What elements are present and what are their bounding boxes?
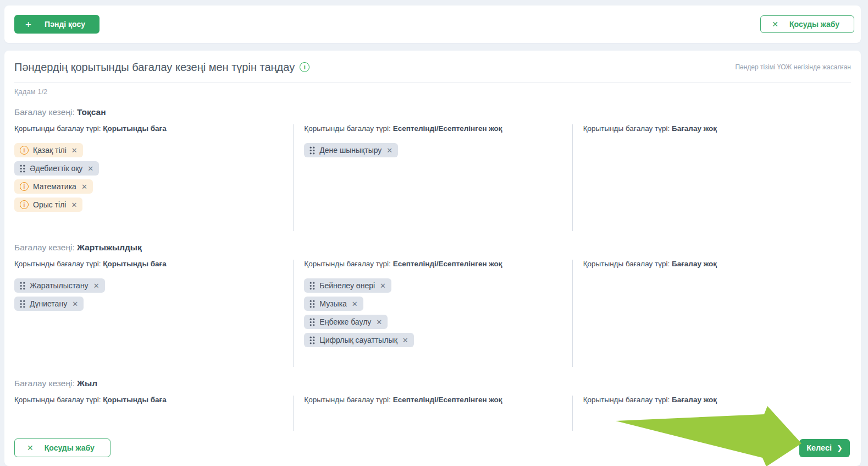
tag-list: Дене шынықтыру ✕ xyxy=(304,143,562,161)
subject-tag[interactable]: i Қазақ тілі ✕ xyxy=(14,143,83,157)
remove-tag-icon[interactable]: ✕ xyxy=(352,300,358,308)
period-header: Бағалау кезеңі: Тоқсан xyxy=(14,107,851,117)
period-value: Тоқсан xyxy=(77,107,106,117)
drag-handle-icon[interactable] xyxy=(309,318,315,326)
warning-info-icon[interactable]: i xyxy=(20,146,29,155)
tag-list: Жаратылыстану ✕ Дүниетану ✕ xyxy=(14,278,283,315)
x-icon: ✕ xyxy=(27,443,34,452)
column-header: Қорытынды бағалау түрі: Бағалау жоқ xyxy=(583,396,841,404)
drag-handle-icon[interactable] xyxy=(20,300,25,308)
remove-tag-icon[interactable]: ✕ xyxy=(72,300,78,308)
drag-handle-icon[interactable] xyxy=(309,146,315,155)
subject-tag[interactable]: Еңбекке баулу ✕ xyxy=(304,315,388,329)
column-no-assessment: Қорытынды бағалау түрі: Бағалау жоқ xyxy=(572,396,851,431)
plus-icon: + xyxy=(25,19,31,30)
subject-tag[interactable]: Дүниетану ✕ xyxy=(14,297,84,311)
page-title-text: Пәндердің қорытынды бағалау кезеңі мен т… xyxy=(14,61,295,74)
subject-tag[interactable]: i Математика ✕ xyxy=(14,179,93,194)
column-final-grade: Қорытынды бағалау түрі: Қорытынды баға i… xyxy=(14,124,293,231)
column-header: Қорытынды бағалау түрі: Қорытынды баға xyxy=(14,260,283,268)
column-header: Қорытынды бағалау түрі: Қорытынды баға xyxy=(14,396,283,404)
assessment-setup-panel: Пәндердің қорытынды бағалау кезеңі мен т… xyxy=(4,51,861,466)
section-toksan: Бағалау кезеңі: Тоқсан Қорытынды бағалау… xyxy=(14,107,851,231)
column-header: Қорытынды бағалау түрі: Қорытынды баға xyxy=(14,124,283,133)
panel-footer: ✕ Қосуды жабу Келесі ❯ xyxy=(14,438,850,457)
subject-tag[interactable]: Цифрлық сауаттылық ✕ xyxy=(304,333,413,347)
remove-tag-icon[interactable]: ✕ xyxy=(402,336,408,344)
section-zhyl: Бағалау кезеңі: Жыл Қорытынды бағалау тү… xyxy=(14,379,851,431)
column-no-assessment: Қорытынды бағалау түрі: Бағалау жоқ xyxy=(572,260,851,367)
info-icon[interactable]: i xyxy=(300,62,309,72)
close-adding-button-top[interactable]: ✕ Қосуды жабу xyxy=(760,15,854,33)
x-icon: ✕ xyxy=(772,20,778,29)
remove-tag-icon[interactable]: ✕ xyxy=(81,183,87,191)
column-header: Қорытынды бағалау түрі: Есептелінді/Есеп… xyxy=(304,124,562,133)
column-header: Қорытынды бағалау түрі: Бағалау жоқ xyxy=(583,260,841,268)
source-note: Пәндер тізімі ҮОЖ негізінде жасалған xyxy=(735,63,851,71)
warning-info-icon[interactable]: i xyxy=(20,200,29,209)
period-label: Бағалау кезеңі: xyxy=(14,379,75,388)
page-title: Пәндердің қорытынды бағалау кезеңі мен т… xyxy=(14,61,309,74)
period-header: Бағалау кезеңі: Жыл xyxy=(14,379,851,388)
close-adding-label: Қосуды жабу xyxy=(45,443,95,452)
header-divider xyxy=(14,82,851,83)
subject-tag[interactable]: Бейнелеу өнері ✕ xyxy=(304,278,391,293)
subject-tag[interactable]: Дене шынықтыру ✕ xyxy=(304,143,398,157)
remove-tag-icon[interactable]: ✕ xyxy=(71,201,77,209)
remove-tag-icon[interactable]: ✕ xyxy=(376,318,382,326)
panel-header: Пәндердің қорытынды бағалау кезеңі мен т… xyxy=(14,58,851,76)
add-subject-button[interactable]: + Пәнді қосу xyxy=(14,15,99,34)
column-counted: Қорытынды бағалау түрі: Есептелінді/Есеп… xyxy=(293,260,572,367)
subject-tag[interactable]: Музыка ✕ xyxy=(304,297,363,311)
drag-handle-icon[interactable] xyxy=(309,300,315,308)
close-adding-button-bottom[interactable]: ✕ Қосуды жабу xyxy=(14,438,110,457)
remove-tag-icon[interactable]: ✕ xyxy=(93,282,99,290)
tag-list: i Қазақ тілі ✕ Әдебиеттік оқу ✕ i Матема… xyxy=(14,143,283,216)
close-adding-label: Қосуды жабу xyxy=(789,20,839,29)
period-label: Бағалау кезеңі: xyxy=(14,107,75,117)
column-counted: Қорытынды бағалау түрі: Есептелінді/Есеп… xyxy=(293,124,572,231)
next-label: Келесі xyxy=(806,443,832,452)
subject-tag[interactable]: Әдебиеттік оқу ✕ xyxy=(14,161,99,176)
column-final-grade: Қорытынды бағалау түрі: Қорытынды баға xyxy=(14,396,293,431)
drag-handle-icon[interactable] xyxy=(20,282,25,290)
remove-tag-icon[interactable]: ✕ xyxy=(87,165,93,173)
remove-tag-icon[interactable]: ✕ xyxy=(386,146,392,155)
period-value: Жыл xyxy=(77,379,97,388)
section-zhartyzhyldyk: Бағалау кезеңі: Жартыжылдық Қорытынды ба… xyxy=(14,243,851,367)
chevron-right-icon: ❯ xyxy=(837,444,843,452)
column-header: Қорытынды бағалау түрі: Есептелінді/Есеп… xyxy=(304,260,562,268)
remove-tag-icon[interactable]: ✕ xyxy=(71,146,78,155)
subject-tag[interactable]: i Орыс тілі ✕ xyxy=(14,198,82,212)
column-final-grade: Қорытынды бағалау түрі: Қорытынды баға Ж… xyxy=(14,260,293,367)
remove-tag-icon[interactable]: ✕ xyxy=(380,282,386,290)
column-counted: Қорытынды бағалау түрі: Есептелінді/Есеп… xyxy=(293,396,572,431)
drag-handle-icon[interactable] xyxy=(309,282,315,290)
period-header: Бағалау кезеңі: Жартыжылдық xyxy=(14,243,851,253)
column-header: Қорытынды бағалау түрі: Есептелінді/Есеп… xyxy=(304,396,562,404)
period-value: Жартыжылдық xyxy=(77,243,142,252)
add-subject-label: Пәнді қосу xyxy=(45,20,85,29)
subject-tag[interactable]: Жаратылыстану ✕ xyxy=(14,278,105,293)
tag-list: Бейнелеу өнері ✕ Музыка ✕ Еңбекке баулу … xyxy=(304,278,562,351)
drag-handle-icon[interactable] xyxy=(20,165,25,173)
step-indicator: Қадам 1/2 xyxy=(14,87,851,96)
drag-handle-icon[interactable] xyxy=(309,336,315,344)
toolbar: + Пәнді қосу ✕ Қосуды жабу xyxy=(4,6,861,43)
column-no-assessment: Қорытынды бағалау түрі: Бағалау жоқ xyxy=(572,124,851,231)
next-button[interactable]: Келесі ❯ xyxy=(799,439,850,457)
column-header: Қорытынды бағалау түрі: Бағалау жоқ xyxy=(583,124,841,133)
period-label: Бағалау кезеңі: xyxy=(14,243,75,252)
warning-info-icon[interactable]: i xyxy=(20,182,29,191)
